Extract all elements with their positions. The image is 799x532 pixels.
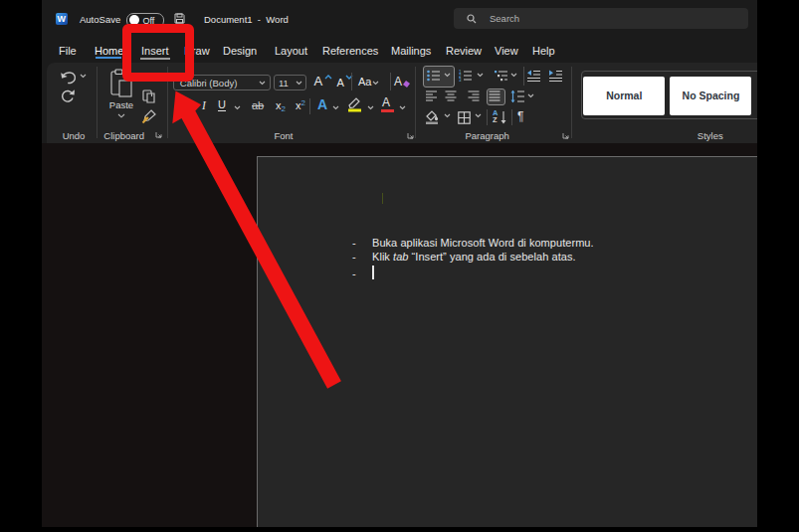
svg-text:3: 3 — [459, 78, 462, 83]
